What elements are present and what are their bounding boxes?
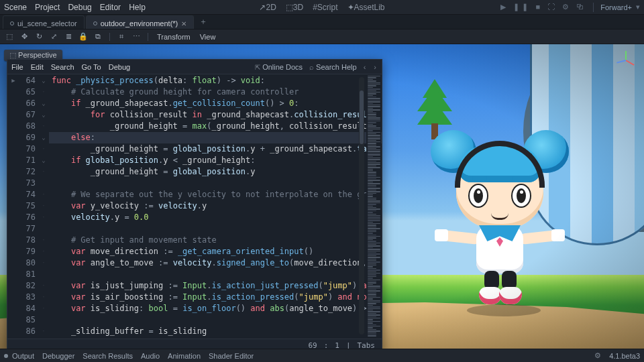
snap-options-icon[interactable]: ⋯	[131, 32, 142, 41]
bottom-tab-search[interactable]: Search Results	[83, 352, 133, 360]
output-indicator-icon	[4, 354, 8, 358]
scene-modified-dot-icon	[93, 21, 97, 25]
close-icon[interactable]: ✕	[181, 20, 186, 27]
move-tool-icon[interactable]: ✥	[19, 32, 30, 41]
editor-settings-icon[interactable]: ⚙	[594, 351, 601, 360]
script-menu-debug[interactable]: Debug	[109, 63, 130, 71]
player-character	[436, 125, 564, 312]
cursor-col: 1	[335, 341, 339, 349]
script-menu-file[interactable]: File	[11, 63, 23, 71]
viewport-toolbar: ⬚ ✥ ↻ ⤢ ≣ 🔒 ⧉ ⌗ ⋯ Transform View	[0, 29, 644, 44]
select-tool-icon[interactable]: ⬚	[4, 32, 15, 41]
online-docs-link[interactable]: Online Docs	[255, 63, 303, 71]
renderer-dropdown[interactable]: Forward+	[600, 3, 632, 11]
code-editor[interactable]: ▶ 64656667686970717273747576777879808182…	[7, 74, 382, 339]
workspace-switcher: ↗2D ⬚3D #Script ✦AssetLib	[259, 3, 384, 12]
list-tool-icon[interactable]: ≣	[63, 32, 74, 41]
menu-project[interactable]: Project	[35, 3, 60, 12]
app-menu: Scene Project Debug Editor Help	[4, 3, 146, 12]
fold-gutter[interactable]: ⌄·⌄⌄·⌄·⌄···········	[38, 74, 49, 339]
script-nav-back-icon[interactable]: ‹	[364, 63, 368, 71]
line-number-gutter: 6465666768697071727374757677787980818283…	[19, 74, 38, 339]
bottom-tab-debugger[interactable]: Debugger	[42, 352, 74, 360]
menu-debug[interactable]: Debug	[68, 3, 91, 12]
bottom-tab-shader-editor[interactable]: Shader Editor	[209, 352, 254, 360]
bottom-panel-bar: Output Debugger Search Results Audio Ani…	[0, 349, 644, 362]
chevron-down-icon[interactable]: ▾	[636, 3, 640, 11]
code-vertical-scrollbar[interactable]	[359, 77, 364, 335]
scene-tab-label: ui_scene_selector	[17, 19, 77, 27]
play-buttons-group[interactable]: ▶ ❚❚ ■ ⛶ ⚙ ⧉	[500, 3, 586, 11]
version-label: 4.1.beta3	[609, 352, 640, 360]
script-menubar: File Edit Search Go To Debug Online Docs…	[7, 60, 382, 74]
code-minimap[interactable]	[366, 75, 381, 337]
script-menu-edit[interactable]: Edit	[31, 63, 44, 71]
script-editor-panel: File Edit Search Go To Debug Online Docs…	[7, 59, 382, 349]
bottom-tab-audio[interactable]: Audio	[141, 352, 160, 360]
scene-tabbar: ui_scene_selector outdoor_environment(*)…	[0, 15, 644, 29]
indent-mode[interactable]: Tabs	[358, 341, 376, 349]
scrollbar-thumb[interactable]	[360, 90, 364, 144]
scene-tab-label: outdoor_environment(*)	[101, 19, 178, 27]
script-menu-search[interactable]: Search	[51, 63, 74, 71]
code-text-area[interactable]: func _physics_process(delta: float) -> v…	[49, 74, 382, 339]
bottom-tab-output[interactable]: Output	[12, 352, 34, 360]
script-menu-goto[interactable]: Go To	[82, 63, 101, 71]
orientation-gizmo[interactable]	[614, 50, 637, 72]
add-scene-tab-button[interactable]: ＋	[195, 16, 211, 27]
group-tool-icon[interactable]: ⧉	[93, 32, 103, 41]
viewport-3d[interactable]: ⬚ Perspective File Edit Search Go To Deb…	[0, 44, 644, 349]
cursor-line: 69	[308, 341, 317, 349]
menu-help[interactable]: Help	[129, 3, 146, 12]
menu-scene[interactable]: Scene	[4, 3, 27, 12]
search-help-button[interactable]: Search Help	[309, 63, 357, 71]
scene-modified-dot-icon	[10, 21, 14, 25]
play-controls: ▶ ❚❚ ■ ⛶ ⚙ ⧉ Forward+ ▾	[500, 3, 640, 12]
rotate-tool-icon[interactable]: ↻	[34, 32, 44, 41]
transform-menu[interactable]: Transform	[154, 33, 193, 41]
workspace-2d[interactable]: ↗2D	[259, 3, 276, 12]
main-menubar: Scene Project Debug Editor Help ↗2D ⬚3D …	[0, 0, 644, 15]
menu-editor[interactable]: Editor	[100, 3, 121, 12]
workspace-assetlib[interactable]: ✦AssetLib	[347, 3, 385, 12]
scene-tab[interactable]: outdoor_environment(*) ✕	[86, 15, 195, 29]
workspace-3d[interactable]: ⬚3D	[286, 3, 303, 12]
bottom-tab-animation[interactable]: Animation	[168, 352, 201, 360]
snap-toggle-icon[interactable]: ⌗	[116, 32, 127, 41]
lock-tool-icon[interactable]: 🔒	[78, 32, 89, 41]
perspective-icon: ⬚	[9, 51, 18, 59]
breakpoint-gutter[interactable]: ▶	[7, 74, 19, 339]
scene-tab[interactable]: ui_scene_selector	[3, 15, 85, 29]
script-nav-forward-icon[interactable]: ›	[374, 63, 378, 71]
workspace-script[interactable]: #Script	[313, 3, 337, 12]
view-menu[interactable]: View	[197, 33, 219, 41]
script-statusbar: 69 : 1 | Tabs	[7, 339, 382, 349]
scale-tool-icon[interactable]: ⤢	[48, 32, 59, 41]
